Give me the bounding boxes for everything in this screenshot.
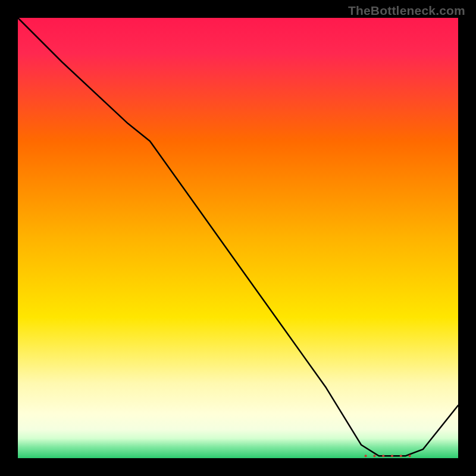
chart-svg <box>0 0 476 476</box>
optimum-dot <box>400 455 402 457</box>
optimum-dot <box>373 455 375 457</box>
optimum-dot <box>409 455 411 457</box>
optimum-dot <box>391 455 393 457</box>
chart-root: TheBottleneck.com <box>0 0 476 476</box>
chart-plot-area <box>18 18 458 458</box>
optimum-dot <box>365 455 367 457</box>
optimum-dot <box>382 455 384 457</box>
